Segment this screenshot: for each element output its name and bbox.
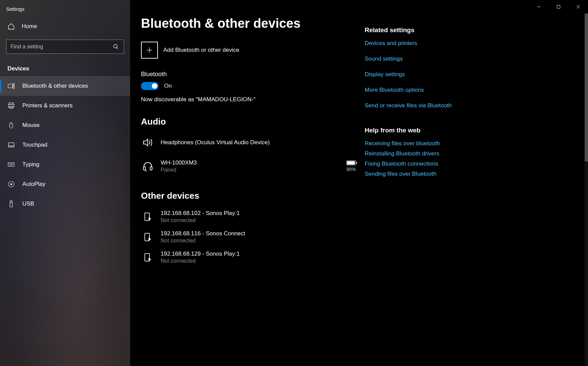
svg-rect-29 [143, 167, 145, 170]
sidebar-item-usb[interactable]: USB [0, 194, 130, 214]
bluetooth-toggle[interactable] [141, 82, 159, 90]
home-icon [7, 23, 15, 30]
home-button[interactable]: Home [0, 18, 130, 35]
link-fixing-connections[interactable]: Fixing Bluetooth connections [365, 160, 574, 167]
sidebar-item-label: Printers & scanners [22, 102, 73, 109]
device-name: Headphones (Oculus Virtual Audio Device) [161, 139, 358, 146]
svg-marker-20 [11, 183, 13, 185]
sidebar-item-typing[interactable]: Typing [0, 155, 130, 174]
audio-device-row[interactable]: WH-1000XM3 Paired 90% [141, 156, 358, 176]
maximize-button[interactable] [549, 0, 568, 14]
sidebar-item-mouse[interactable]: Mouse [0, 115, 130, 135]
add-device-label: Add Bluetooth or other device [163, 47, 239, 53]
related-settings-heading: Related settings [365, 26, 574, 34]
cast-device-icon [141, 251, 155, 264]
search-box[interactable] [6, 40, 124, 54]
svg-rect-2 [8, 84, 13, 88]
sidebar-item-autoplay[interactable]: AutoPlay [0, 174, 130, 194]
link-sound-settings[interactable]: Sound settings [365, 56, 574, 62]
link-receiving-files[interactable]: Receiving files over bluetooth [365, 140, 574, 147]
sidebar-item-printers[interactable]: Printers & scanners [0, 96, 130, 115]
keyboard-icon [7, 161, 15, 168]
svg-rect-13 [8, 163, 14, 167]
touchpad-icon [7, 141, 15, 149]
page-title: Bluetooth & other devices [141, 16, 358, 31]
link-send-receive-files[interactable]: Send or receive files via Bluetooth [365, 102, 574, 109]
link-sending-files[interactable]: Sending files over Bluetooth [365, 171, 574, 177]
usb-icon [7, 200, 15, 208]
scrollbar[interactable] [585, 14, 588, 366]
related-links: Devices and printers Sound settings Disp… [365, 40, 574, 109]
link-reinstalling-drivers[interactable]: Reinstalling Bluetooth drivers [365, 150, 574, 157]
svg-rect-6 [8, 104, 14, 107]
svg-rect-24 [557, 5, 560, 8]
sidebar-item-label: Typing [22, 161, 39, 168]
link-more-bluetooth-options[interactable]: More Bluetooth options [365, 87, 574, 93]
sidebar-item-label: USB [22, 200, 34, 207]
device-status: Not connected [161, 238, 358, 244]
bluetooth-devices-icon [7, 82, 15, 90]
link-devices-printers[interactable]: Devices and printers [365, 40, 574, 47]
svg-marker-34 [149, 237, 151, 241]
battery-indicator: 90% [346, 160, 358, 172]
speaker-icon [141, 136, 155, 149]
bluetooth-state-label: On [164, 83, 172, 89]
headset-icon [141, 159, 155, 173]
svg-rect-3 [13, 84, 15, 86]
window-controls [529, 0, 588, 14]
sidebar-nav: Bluetooth & other devices Printers & sca… [0, 76, 130, 214]
cast-device-icon [141, 230, 155, 244]
svg-point-14 [9, 164, 9, 164]
cast-device-icon [141, 210, 155, 223]
sidebar-item-label: Bluetooth & other devices [22, 83, 88, 89]
other-device-row[interactable]: 192.168.68.129 - Sonos Play:1 Not connec… [141, 247, 358, 267]
help-links: Receiving files over bluetooth Reinstall… [365, 140, 574, 177]
device-status: Paired [161, 167, 340, 173]
search-icon [112, 43, 120, 50]
plus-icon [141, 42, 158, 59]
scrollbar-thumb[interactable] [585, 14, 588, 162]
svg-marker-32 [149, 217, 151, 220]
app-title: Settings [0, 3, 130, 18]
main-content: Bluetooth & other devices Add Bluetooth … [130, 0, 588, 366]
svg-point-16 [12, 164, 12, 164]
sidebar-item-bluetooth[interactable]: Bluetooth & other devices [0, 76, 130, 96]
sidebar-item-label: Touchpad [22, 142, 47, 148]
device-name: WH-1000XM3 [161, 159, 340, 166]
help-heading: Help from the web [365, 127, 574, 134]
audio-heading: Audio [141, 116, 358, 127]
link-display-settings[interactable]: Display settings [365, 71, 574, 78]
add-device-button[interactable]: Add Bluetooth or other device [141, 42, 358, 59]
sidebar-item-touchpad[interactable]: Touchpad [0, 135, 130, 155]
other-devices-heading: Other devices [141, 191, 358, 201]
printer-icon [7, 102, 15, 109]
autoplay-icon [7, 180, 15, 188]
bluetooth-heading: Bluetooth [141, 71, 358, 78]
device-status: Not connected [161, 258, 358, 264]
sidebar-item-label: Mouse [22, 122, 40, 129]
settings-window: Settings Home Devices [0, 0, 588, 366]
svg-rect-4 [13, 86, 15, 88]
other-device-row[interactable]: 192.168.68.102 - Sonos Play:1 Not connec… [141, 207, 358, 227]
minimize-button[interactable] [529, 0, 549, 14]
svg-rect-30 [150, 167, 152, 170]
svg-point-0 [114, 44, 117, 48]
svg-rect-22 [10, 202, 12, 207]
device-name: 192.168.68.129 - Sonos Play:1 [161, 251, 358, 257]
svg-rect-5 [9, 103, 14, 105]
device-name: 192.168.68.102 - Sonos Play:1 [161, 210, 358, 217]
home-label: Home [22, 23, 37, 30]
svg-point-17 [13, 164, 13, 164]
audio-device-row[interactable]: Headphones (Oculus Virtual Audio Device) [141, 132, 358, 153]
other-device-row[interactable]: 192.168.68.116 - Sonos Connect Not conne… [141, 227, 358, 247]
svg-point-15 [11, 164, 11, 164]
close-button[interactable] [568, 0, 588, 14]
device-name: 192.168.68.116 - Sonos Connect [161, 230, 358, 237]
svg-rect-21 [10, 201, 12, 203]
search-input[interactable] [11, 44, 112, 50]
sidebar-item-label: AutoPlay [22, 181, 45, 188]
sidebar: Settings Home Devices [0, 0, 130, 366]
battery-icon [346, 160, 356, 165]
sidebar-group-header: Devices [0, 57, 130, 76]
battery-percent: 90% [346, 167, 356, 172]
